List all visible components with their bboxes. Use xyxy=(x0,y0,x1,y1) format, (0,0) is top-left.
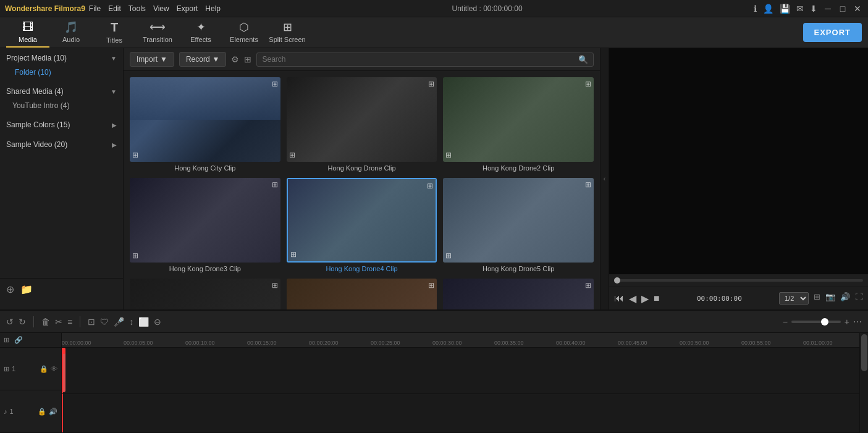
media-item-hk-drone3[interactable]: ⊞ ⊞ Hong Kong Drone3 Clip xyxy=(130,178,280,272)
add-to-timeline-icon[interactable]: ⊞ xyxy=(445,251,452,260)
adjust-button[interactable]: ≡ xyxy=(67,317,72,327)
sidebar-item-youtube[interactable]: YouTube Intro (4) xyxy=(0,99,123,112)
audio-track-row[interactable] xyxy=(62,394,859,433)
add-to-timeline-icon[interactable]: ⊞ xyxy=(445,151,452,159)
media-item-hk-city[interactable]: ⊞ ⊞ Hong Kong City Clip xyxy=(130,77,280,172)
tool-splitscreen[interactable]: ⊞ Split Screen xyxy=(266,18,309,48)
maximize-button[interactable]: □ xyxy=(837,3,848,14)
snapshot-icon[interactable]: 📷 xyxy=(825,292,835,305)
save-icon[interactable]: 💾 xyxy=(780,4,790,14)
tool-titles[interactable]: T Titles xyxy=(93,18,136,48)
add-folder-button[interactable]: 📁 xyxy=(20,284,33,295)
zoom-more-icon[interactable]: ⋯ xyxy=(853,317,862,327)
import-button[interactable]: Import ▼ xyxy=(130,52,174,67)
volume-icon[interactable]: 🔊 xyxy=(840,292,850,305)
sidebar-header-project[interactable]: Project Media (10) ▼ xyxy=(0,51,123,65)
sidebar: Project Media (10) ▼ Folder (10) Shared … xyxy=(0,48,124,309)
menu-export[interactable]: Export xyxy=(177,4,198,13)
export-button[interactable]: EXPORT xyxy=(803,23,862,42)
zoom-out-button[interactable]: − xyxy=(783,317,788,327)
tool-effects[interactable]: ✦ Effects xyxy=(179,18,222,48)
hide-track-button[interactable]: 👁 xyxy=(51,365,57,373)
scrollbar-thumb[interactable] xyxy=(861,334,867,371)
timeline-tracks: 00:00:00:00 00:00:05:00 00:00:10:00 00:0… xyxy=(62,333,859,433)
minimize-button[interactable]: ─ xyxy=(822,3,833,14)
menu-file[interactable]: File xyxy=(89,4,101,13)
tool-elements[interactable]: ⬡ Elements xyxy=(222,18,266,48)
media-item-row3a[interactable]: ⊞ ⊞ xyxy=(130,279,280,309)
zoom-in-button[interactable]: + xyxy=(845,317,849,327)
redo-button[interactable]: ↻ xyxy=(19,317,26,327)
preview-progress-bar[interactable] xyxy=(614,279,863,282)
add-to-timeline-icon[interactable]: ⊞ xyxy=(289,151,295,159)
stop-button[interactable]: ■ xyxy=(654,293,660,304)
tool-transition[interactable]: ⟷ Transition xyxy=(136,18,179,48)
search-input[interactable] xyxy=(262,55,575,64)
timeline-scrollbar[interactable] xyxy=(859,333,868,433)
tool-media[interactable]: 🎞 Media xyxy=(6,18,49,48)
tool-audio[interactable]: 🎵 Audio xyxy=(49,18,93,48)
audio-detach-icon[interactable]: 🎤 xyxy=(114,317,124,327)
sidebar-header-shared[interactable]: Shared Media (4) ▼ xyxy=(0,84,123,99)
menu-bar[interactable]: File Edit Tools View Export Help xyxy=(89,4,221,13)
full-resolution-icon[interactable]: ⊞ xyxy=(814,292,820,305)
media-item-hk-drone4[interactable]: ⊞ ⊞ Hong Kong Drone4 Clip xyxy=(287,178,437,272)
record-button[interactable]: Record ▼ xyxy=(179,52,227,67)
message-icon[interactable]: ✉ xyxy=(796,4,804,14)
menu-edit[interactable]: Edit xyxy=(108,4,121,13)
add-to-timeline-icon[interactable]: ⊞ xyxy=(132,251,138,260)
menu-tools[interactable]: Tools xyxy=(129,4,146,13)
media-item-hk-drone[interactable]: ⊞ ⊞ Hong Kong Drone Clip xyxy=(287,77,437,172)
color-grade-icon[interactable]: ⬜ xyxy=(138,317,149,327)
media-item-hk-drone2[interactable]: ⊞ ⊞ Hong Kong Drone2 Clip xyxy=(443,77,594,172)
mute-audio-button[interactable]: 🔊 xyxy=(49,408,57,416)
sidebar-header-colors[interactable]: Sample Colors (15) ▶ xyxy=(0,117,123,132)
add-to-timeline-icon[interactable]: ⊞ xyxy=(132,151,138,159)
video-track-row[interactable] xyxy=(62,348,859,394)
sidebar-item-folder[interactable]: Folder (10) xyxy=(0,65,123,79)
zoom-slider[interactable] xyxy=(791,321,841,323)
clip-speed-icon[interactable]: 🛡 xyxy=(100,317,109,327)
media-label-hk-drone5: Hong Kong Drone5 Clip xyxy=(443,265,594,272)
scene-detect-icon[interactable]: ⊡ xyxy=(88,317,95,327)
panel-collapse-button[interactable]: ‹ xyxy=(600,48,609,309)
tool-titles-label: Titles xyxy=(106,36,122,44)
play-button[interactable]: ▶ xyxy=(641,293,649,305)
filter-icon[interactable]: ⚙ xyxy=(231,54,239,64)
media-item-hk-drone5[interactable]: ⊞ ⊞ Hong Kong Drone5 Clip xyxy=(443,178,594,272)
add-to-timeline-icon[interactable]: ⊞ xyxy=(290,250,297,259)
add-track-button[interactable]: ⊞ xyxy=(4,336,9,344)
record-label: Record xyxy=(186,55,210,64)
lock-audio-button[interactable]: 🔒 xyxy=(38,408,46,416)
close-button[interactable]: ✕ xyxy=(852,3,863,14)
step-back-button[interactable]: ◀ xyxy=(629,293,636,305)
app-logo: Wondershare Filmora9 xyxy=(5,4,85,13)
window-controls[interactable]: ─ □ ✕ xyxy=(822,3,863,14)
prev-frame-button[interactable]: ⏮ xyxy=(614,293,624,304)
media-item-row3b[interactable]: ⊞ ⊞ xyxy=(287,279,437,309)
menu-help[interactable]: Help xyxy=(205,4,221,13)
ruler-mark-11: 00:00:55:00 xyxy=(741,340,803,346)
delete-button[interactable]: 🗑 xyxy=(41,317,50,327)
link-button[interactable]: 🔗 xyxy=(14,336,23,344)
menu-view[interactable]: View xyxy=(153,4,169,13)
undo-button[interactable]: ↺ xyxy=(6,317,14,327)
sidebar-header-video[interactable]: Sample Video (20) ▶ xyxy=(0,137,123,152)
cut-button[interactable]: ✂ xyxy=(55,317,62,327)
video-track-icon: ⊞ xyxy=(4,365,9,373)
tool-audio-label: Audio xyxy=(62,36,80,43)
stabilize-icon[interactable]: ⊖ xyxy=(154,317,161,327)
tool-effects-label: Effects xyxy=(190,36,211,43)
grid-view-icon[interactable]: ⊞ xyxy=(244,54,251,64)
info-icon[interactable]: ℹ xyxy=(754,4,757,14)
toolbar-separator xyxy=(33,316,34,327)
fullscreen-icon[interactable]: ⛶ xyxy=(855,292,863,305)
lock-track-button[interactable]: 🔒 xyxy=(40,365,48,373)
download-icon[interactable]: ⬇ xyxy=(810,4,817,14)
transition-icon-tl[interactable]: ↕ xyxy=(129,317,133,327)
tool-transition-label: Transition xyxy=(143,36,172,43)
speed-select[interactable]: 1/21/41Full xyxy=(779,292,809,305)
add-media-button[interactable]: ⊕ xyxy=(6,284,14,295)
media-item-row3c[interactable]: ⊞ ⊞ xyxy=(443,279,594,309)
user-icon[interactable]: 👤 xyxy=(763,4,773,14)
